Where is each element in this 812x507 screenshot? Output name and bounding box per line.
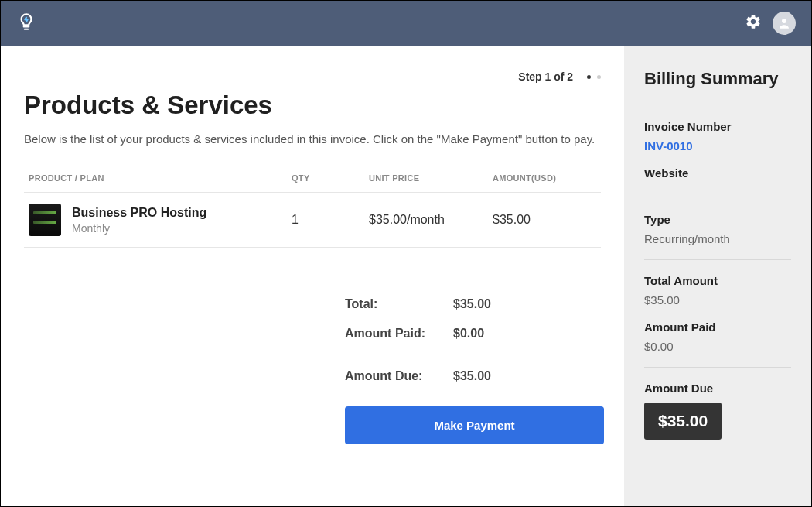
total-label: Total: [345,297,453,311]
cell-unit-price: $35.00/month [369,213,493,227]
col-header-product: PRODUCT / PLAN [29,173,292,183]
totals-block: Total: $35.00 Amount Paid: $0.00 Amount … [345,289,604,391]
cell-qty: 1 [292,213,369,227]
cell-amount: $35.00 [493,213,596,227]
amount-paid-value: $0.00 [644,340,791,353]
type-label: Type [644,213,791,226]
website-label: Website [644,166,791,180]
due-value: $35.00 [453,369,491,383]
avatar[interactable] [773,12,796,35]
topbar [1,1,811,46]
website-value: – [644,186,791,199]
invoice-number-label: Invoice Number [644,120,791,133]
amount-paid-label: Amount Paid [644,320,791,334]
product-thumb-icon [29,204,61,236]
total-amount-label: Total Amount [644,274,791,287]
total-value: $35.00 [453,297,491,311]
main-content: Step 1 of 2 Products & Services Below is… [1,46,624,506]
topbar-left [16,12,36,35]
gear-icon[interactable] [745,13,762,33]
page-title: Products & Services [24,91,601,120]
amount-due-label: Amount Due [644,382,791,395]
logo-icon[interactable] [16,12,36,35]
table-row: Business PRO Hosting Monthly 1 $35.00/mo… [24,193,601,248]
paid-value: $0.00 [453,327,484,341]
invoice-number-link[interactable]: INV-0010 [644,139,791,152]
step-dot-1 [587,75,591,79]
step-indicator: Step 1 of 2 [24,70,601,83]
sidebar-divider-1 [644,259,791,260]
product-name: Business PRO Hosting [72,206,206,220]
col-header-qty: QTY [292,173,369,183]
type-value: Recurring/month [644,232,791,245]
due-label: Amount Due: [345,369,453,383]
totals-divider [345,355,604,355]
table-header: PRODUCT / PLAN QTY UNIT PRICE AMOUNT(USD… [24,164,601,193]
step-dot-2 [597,75,601,79]
svg-point-0 [782,19,786,23]
topbar-right [745,12,796,35]
page-subtitle: Below is the list of your products & ser… [24,132,601,146]
make-payment-button[interactable]: Make Payment [345,406,604,444]
product-period: Monthly [72,222,206,235]
col-header-unit-price: UNIT PRICE [369,173,493,183]
paid-label: Amount Paid: [345,327,453,341]
total-amount-value: $35.00 [644,293,791,307]
amount-due-badge: $35.00 [644,403,722,440]
sidebar-divider-2 [644,367,791,368]
step-text: Step 1 of 2 [518,70,573,83]
billing-summary-sidebar: Billing Summary Invoice Number INV-0010 … [624,46,811,506]
col-header-amount: AMOUNT(USD) [493,173,596,183]
billing-summary-title: Billing Summary [644,69,791,89]
